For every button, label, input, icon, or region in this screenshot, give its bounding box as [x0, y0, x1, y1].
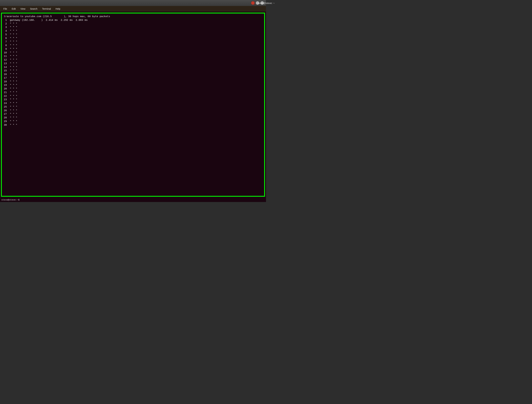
menu-search[interactable]: Search	[28, 7, 39, 11]
menu-view[interactable]: View	[19, 7, 27, 11]
menu-terminal[interactable]: Terminal	[40, 7, 53, 11]
minimize-button[interactable]: –	[251, 1, 255, 5]
menu-help[interactable]: Help	[54, 7, 62, 11]
title-bar: steve@steve: ~ – □ ✕	[0, 0, 266, 6]
prompt: steve@steve:~$	[1, 199, 19, 201]
menu-file[interactable]: File	[1, 7, 9, 11]
bottom-bar: steve@steve:~$	[0, 198, 266, 202]
minimize-icon: –	[252, 2, 253, 4]
terminal-content[interactable]: traceroute to youtube.com (216.5 ), 30 h…	[1, 13, 265, 197]
terminal-window: steve@steve: ~ – □ ✕ File Edit View Sear…	[0, 0, 266, 202]
menu-edit[interactable]: Edit	[10, 7, 18, 11]
menu-bar: File Edit View Search Terminal Help	[0, 6, 266, 12]
terminal-output: traceroute to youtube.com (216.5 ), 30 h…	[4, 15, 262, 127]
window-title: steve@steve: ~	[257, 2, 266, 5]
